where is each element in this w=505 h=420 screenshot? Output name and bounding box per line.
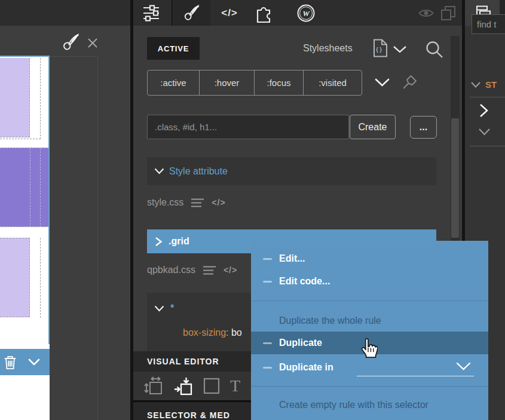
menu-header-duplicate-rule: Duplicate the whole rule	[279, 315, 381, 326]
hand-cursor	[359, 337, 378, 360]
tree-node-label: ST	[485, 79, 497, 90]
chevron-down-icon[interactable]	[456, 362, 471, 371]
close-icon[interactable]	[87, 37, 99, 49]
svg-text:W: W	[302, 9, 310, 18]
frame-line	[97, 56, 98, 420]
tree-separator	[470, 146, 505, 146]
menu-item-edit[interactable]: Edit...	[251, 247, 488, 271]
more-options-button[interactable]: ...	[410, 116, 437, 139]
preview-block-light[interactable]	[0, 58, 30, 137]
chevron-down-icon	[478, 128, 491, 136]
duplicate-window-icon[interactable]	[438, 0, 458, 26]
menu-item-edit-code[interactable]: Edit code...	[251, 269, 488, 293]
chevron-right-icon	[479, 103, 489, 118]
styles-brush-icon	[62, 33, 80, 52]
code-icon[interactable]: </>	[212, 198, 225, 207]
page-view-panel	[0, 26, 130, 420]
element-action-bar	[0, 349, 50, 375]
svg-text:{ }: { }	[376, 47, 382, 53]
preview-block-medium[interactable]	[0, 148, 48, 227]
pin-icon[interactable]	[401, 73, 419, 91]
code-glyph: </>	[221, 7, 238, 19]
margin-guide	[0, 139, 41, 139]
text-tool-icon[interactable]: T	[230, 378, 240, 394]
pseudo-active-button[interactable]: :active	[148, 70, 200, 95]
plugins-puzzle-icon[interactable]	[253, 0, 275, 26]
code-icon[interactable]: </>	[224, 265, 237, 275]
rule-selector: .grid	[169, 236, 189, 247]
code-panel-icon[interactable]: </>	[218, 0, 241, 26]
rule-context-menu: Edit... Edit code... Duplicate the whole…	[251, 241, 488, 420]
duplicate-in-dropdown[interactable]	[357, 376, 474, 376]
scrollbar-thumb[interactable]	[451, 118, 459, 238]
settings-sliders-icon[interactable]	[141, 0, 161, 26]
selection-outline	[48, 56, 50, 344]
tree-node-collapsed[interactable]	[479, 103, 489, 118]
stylesheet-file-icon[interactable]: { }	[373, 39, 388, 57]
pseudo-visited-button[interactable]: :visited	[304, 70, 362, 95]
tree-node-page[interactable]: ST	[470, 79, 497, 90]
style-attribute-section[interactable]: Style attribute	[147, 157, 436, 185]
menu-separator	[251, 301, 488, 301]
tree-separator	[470, 97, 505, 97]
pseudo-focus-button[interactable]: :focus	[255, 70, 304, 95]
position-tool-icon[interactable]	[173, 376, 193, 396]
app-window: </> W	[0, 0, 505, 420]
toolbar-divider	[172, 0, 173, 26]
stylesheet-name[interactable]: qpbkad.css	[147, 265, 195, 275]
chevron-down-icon	[154, 305, 164, 312]
find-tag-input[interactable]	[472, 14, 505, 34]
chevron-down-icon	[470, 81, 481, 88]
trash-icon[interactable]	[3, 354, 17, 370]
dash-icon	[263, 258, 272, 260]
create-button[interactable]: Create	[350, 115, 396, 139]
box-tool-icon[interactable]	[203, 377, 221, 395]
rule-list-icon[interactable]	[203, 265, 216, 275]
pseudo-class-group: :active :hover :focus :visited	[147, 70, 362, 96]
stylesheets-label[interactable]: Stylesheets	[303, 43, 353, 54]
dash-icon	[263, 342, 272, 344]
chevron-down-icon[interactable]	[375, 78, 390, 87]
rule-list-icon[interactable]	[191, 198, 204, 208]
dash-icon	[263, 281, 272, 283]
selection-outline	[0, 56, 50, 57]
page-preview[interactable]	[0, 57, 50, 420]
css-property[interactable]: box-sizing: bo	[183, 327, 242, 338]
menu-separator	[251, 386, 488, 387]
dash-icon	[263, 367, 272, 369]
margin-guide	[40, 58, 41, 139]
top-toolbar: </> W	[0, 0, 505, 26]
search-icon[interactable]	[425, 40, 443, 59]
chevron-down-icon	[154, 168, 164, 174]
menu-header-create-empty-rule: Create empty rule with this selector	[279, 400, 429, 410]
chevron-right-icon	[155, 237, 163, 247]
margin-guide	[40, 238, 41, 318]
stylesheet-row: qpbkad.css </>	[147, 265, 237, 275]
styles-brush-icon[interactable]	[181, 0, 203, 26]
style-attribute-label: Style attribute	[169, 166, 228, 177]
frame-line	[50, 56, 97, 57]
chevron-down-icon[interactable]	[28, 358, 40, 366]
stylesheet-row: style.css </>	[147, 197, 226, 208]
tab-active[interactable]: ACTIVE	[147, 37, 200, 60]
preview-eye-icon[interactable]	[417, 0, 436, 26]
stylesheet-name[interactable]: style.css	[147, 197, 183, 208]
preview-block-light[interactable]	[0, 238, 30, 317]
tree-node-expanded[interactable]	[478, 128, 491, 136]
size-tool-icon[interactable]	[144, 376, 164, 396]
pseudo-hover-button[interactable]: :hover	[200, 70, 255, 95]
chevron-down-icon[interactable]	[393, 45, 407, 54]
selector-input[interactable]	[147, 115, 349, 139]
wordpress-icon[interactable]: W	[295, 0, 317, 26]
rule-selector: *	[170, 303, 174, 314]
